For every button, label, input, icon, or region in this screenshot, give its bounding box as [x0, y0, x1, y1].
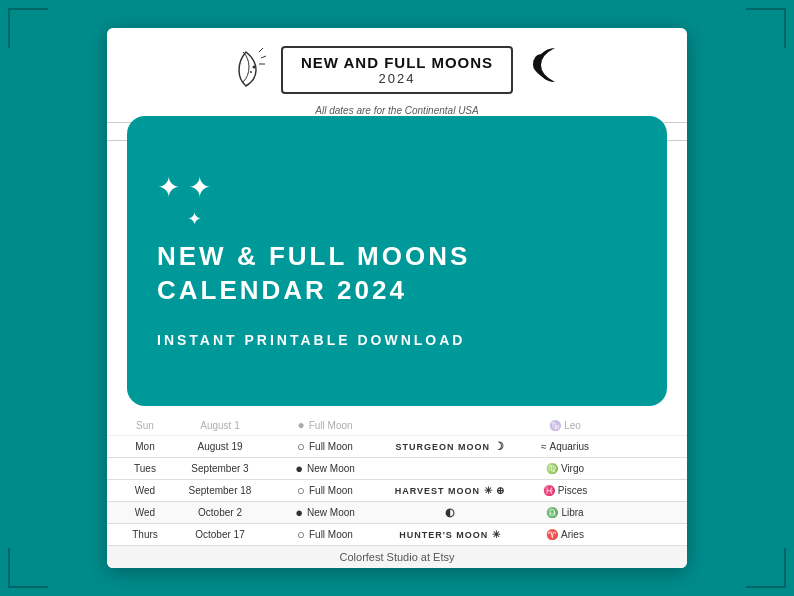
table-row-oct17: Thurs October 17 ○ Full Moon HUNTER'S MO…	[107, 524, 687, 546]
cell-day: Tues	[115, 463, 175, 474]
card-header: NEW AND FULL MOONS 2024	[107, 28, 687, 105]
cell-phase: ○ Full Moon	[265, 439, 385, 454]
cell-name: ◐	[385, 506, 515, 519]
decorative-moon-right	[523, 40, 573, 99]
decorative-moon-left	[221, 42, 271, 98]
table-row-sep18: Wed September 18 ○ Full Moon HARVEST MOO…	[107, 480, 687, 502]
page-background: NEW AND FULL MOONS 2024 All dates are fo…	[0, 0, 794, 596]
cell-phase: ○ Full Moon	[265, 527, 385, 542]
cell-day: Wed	[115, 485, 175, 496]
svg-point-3	[250, 71, 252, 73]
card-footer: Colorfest Studio at Etsy	[107, 545, 687, 568]
svg-point-4	[252, 65, 255, 68]
full-moon-circle-icon: ○	[297, 483, 305, 498]
svg-line-0	[259, 48, 263, 52]
cell-date: October 2	[175, 507, 265, 518]
corner-decoration-tr	[746, 8, 786, 48]
new-moon-icon: ●	[295, 461, 303, 476]
cell-date: October 17	[175, 529, 265, 540]
corner-decoration-tl	[8, 8, 48, 48]
header-subtitle: All dates are for the Continental USA	[107, 105, 687, 116]
corner-decoration-bl	[8, 548, 48, 588]
main-card: NEW AND FULL MOONS 2024 All dates are fo…	[107, 28, 687, 568]
promo-subtitle: INSTANT PRINTABLE DOWNLOAD	[157, 332, 465, 348]
full-moon-circle-icon: ○	[297, 439, 305, 454]
cell-name: STURGEON MOON ☽	[385, 440, 515, 453]
cell-phase: ● New Moon	[265, 461, 385, 476]
cell-date: August 1	[175, 420, 265, 431]
cell-phase: ● New Moon	[265, 505, 385, 520]
svg-line-1	[261, 56, 266, 58]
cell-date: September 18	[175, 485, 265, 496]
cell-day: Thurs	[115, 529, 175, 540]
cell-sign: ♍ Virgo	[515, 463, 615, 474]
promo-overlay: ✦ ✦✦ NEW & FULL MOONS CALENDAR 2024 INST…	[127, 116, 667, 406]
table-row-aug19: Mon August 19 ○ Full Moon STURGEON MOON …	[107, 436, 687, 458]
cell-date: August 19	[175, 441, 265, 452]
new-moon-icon: ●	[295, 505, 303, 520]
promo-title: NEW & FULL MOONS CALENDAR 2024	[157, 240, 470, 308]
table-row-partial: Sun August 1 ● Full Moon ♑ Leo	[107, 415, 687, 436]
cell-sign: ♑ Leo	[515, 420, 615, 431]
header-year: 2024	[301, 71, 493, 86]
header-title: NEW AND FULL MOONS	[301, 54, 493, 71]
table-row-sep3: Tues September 3 ● New Moon ♍ Virgo	[107, 458, 687, 480]
cell-date: September 3	[175, 463, 265, 474]
cell-sign: ♎ Libra	[515, 507, 615, 518]
cell-day: Sun	[115, 420, 175, 431]
cell-sign: ♓ Pisces	[515, 485, 615, 496]
cell-sign: ♈ Aries	[515, 529, 615, 540]
full-moon-circle-icon: ○	[297, 527, 305, 542]
cell-phase: ● Full Moon	[265, 418, 385, 432]
cell-name: HUNTER'S MOON ✳	[385, 529, 515, 540]
table-row-oct2: Wed October 2 ● New Moon ◐ ♎ Libra	[107, 502, 687, 524]
title-box: NEW AND FULL MOONS 2024	[281, 46, 513, 94]
full-moon-icon: ●	[297, 418, 304, 432]
cell-day: Mon	[115, 441, 175, 452]
cell-phase: ○ Full Moon	[265, 483, 385, 498]
cell-name: HARVEST MOON ✳ ⊕	[385, 485, 515, 496]
stars-decoration: ✦ ✦✦	[157, 174, 211, 230]
cell-day: Wed	[115, 507, 175, 518]
table-rows: Sun August 1 ● Full Moon ♑ Leo Mon Augus…	[107, 415, 687, 568]
cell-sign: ≈ Aquarius	[515, 441, 615, 452]
corner-decoration-br	[746, 548, 786, 588]
